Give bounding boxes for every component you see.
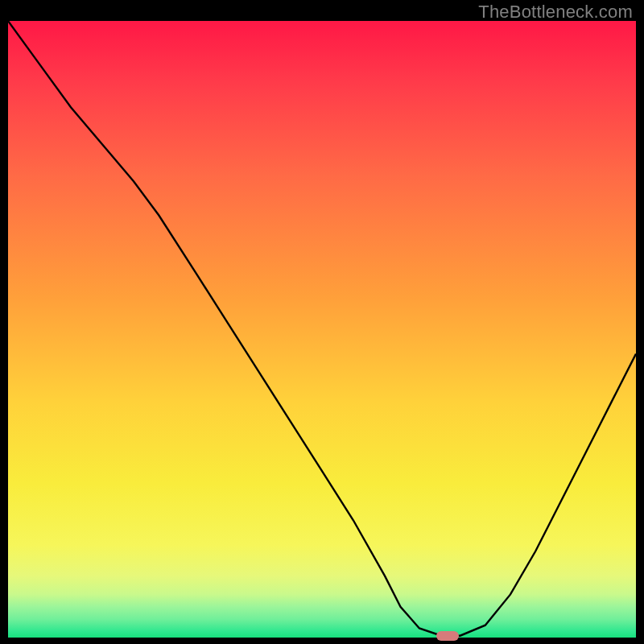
curve-path <box>8 21 636 636</box>
watermark-text: TheBottleneck.com <box>478 2 633 23</box>
optimal-marker <box>436 631 459 641</box>
bottleneck-curve <box>8 21 636 638</box>
